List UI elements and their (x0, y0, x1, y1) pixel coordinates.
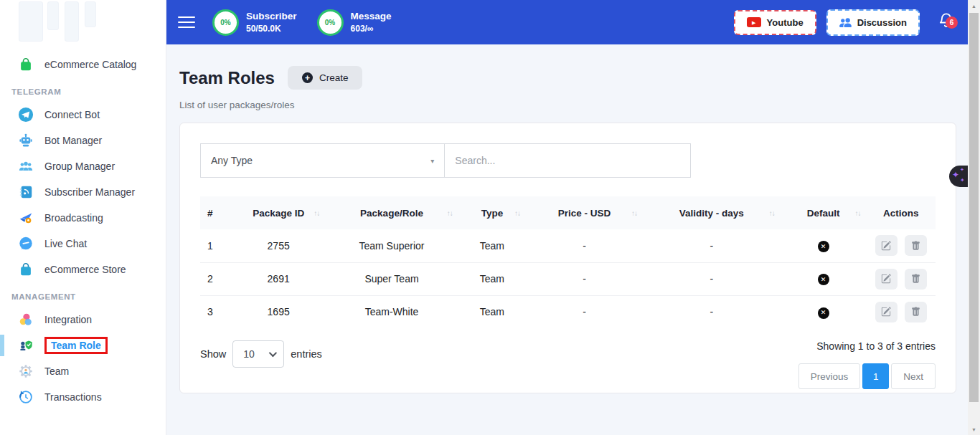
message-progress-ring: 0% (317, 9, 344, 36)
package-id-cell: 2755 (232, 229, 325, 262)
users-group-icon (17, 158, 34, 175)
broadcast-plane-icon (17, 209, 34, 226)
entries-summary: Showing 1 to 3 of 3 entries (798, 340, 936, 352)
column-header-default[interactable]: Default↑↓ (781, 196, 867, 229)
sidebar-item-ecommerce-catalog[interactable]: eCommerce Catalog (0, 52, 166, 77)
type-cell: Team (458, 229, 526, 262)
sidebar-item-label: Broadcasting (44, 212, 103, 224)
validity-cell: - (643, 262, 781, 295)
sidebar-item-ecommerce-store[interactable]: eCommerce Store (0, 257, 166, 282)
logo-placeholder (10, 1, 156, 46)
sidebar-item-broadcasting[interactable]: Broadcasting (0, 205, 166, 231)
sidebar-item-integration[interactable]: Integration (0, 307, 166, 333)
column-header-price[interactable]: Price - USD↑↓ (526, 196, 643, 229)
sidebar-section-management: MANAGEMENT (0, 282, 166, 307)
sidebar-item-team-role[interactable]: Team Role (0, 333, 166, 358)
hamburger-menu-icon[interactable] (178, 13, 195, 32)
sparkle-icon: ✦ (960, 167, 964, 173)
chat-bubble-icon (17, 235, 34, 252)
sidebar-item-group-manager[interactable]: Group Manager (0, 153, 166, 179)
team-roles-table: # Package ID↑↓ Package/Role↑↓ Type↑↓ Pri… (200, 196, 936, 328)
scrollbar-thumb[interactable] (969, 13, 979, 402)
type-filter-select[interactable]: Any Type ▾ (200, 143, 445, 178)
sidebar-item-label: Connect Bot (44, 109, 100, 120)
discussion-button[interactable]: Discussion (826, 9, 920, 36)
create-button[interactable]: Create (288, 66, 363, 90)
delete-button[interactable] (905, 302, 927, 322)
entries-per-page-select[interactable]: 10 (232, 340, 284, 368)
price-cell: - (526, 229, 643, 262)
subscriber-usage-stat: 0% Subscriber 50/50.0K (212, 9, 297, 36)
ai-assistant-widget[interactable]: ✦ ✦ ✦ (949, 166, 968, 187)
page-1-button[interactable]: 1 (862, 363, 889, 389)
team-roles-card: Any Type ▾ # Package ID↑↓ Package/Role↑↓… (179, 123, 956, 393)
entries-per-page-value: 10 (243, 348, 255, 360)
message-stat-value: 603/∞ (351, 23, 392, 34)
scroll-down-arrow[interactable]: ▼ (968, 424, 980, 435)
delete-button[interactable] (905, 269, 927, 290)
sidebar-item-label: Live Chat (44, 238, 87, 249)
table-header-row: # Package ID↑↓ Package/Role↑↓ Type↑↓ Pri… (200, 196, 936, 229)
shopping-bag-green-icon (17, 56, 34, 73)
row-number: 1 (200, 229, 232, 262)
column-header-package-role[interactable]: Package/Role↑↓ (325, 196, 458, 229)
plus-circle-icon (302, 72, 313, 83)
youtube-button[interactable]: Youtube (734, 10, 816, 35)
column-header-package-id[interactable]: Package ID↑↓ (232, 196, 325, 229)
sidebar-item-team[interactable]: Team (0, 358, 166, 384)
sidebar-item-label-active: Team Role (44, 337, 108, 354)
sidebar-item-label: Subscriber Manager (44, 186, 135, 198)
subscriber-stat-value: 50/50.0K (246, 23, 297, 34)
sidebar-item-live-chat[interactable]: Live Chat (0, 231, 166, 257)
search-input[interactable] (445, 143, 690, 178)
row-number: 2 (200, 262, 232, 295)
sidebar-item-label: Bot Manager (44, 135, 102, 146)
message-stat-label: Message (351, 10, 392, 23)
type-filter-value: Any Type (211, 155, 253, 166)
default-off-icon[interactable] (818, 274, 829, 285)
subscriber-stat-label: Subscriber (246, 10, 297, 23)
previous-page-button[interactable]: Previous (798, 363, 861, 389)
delete-button[interactable] (905, 235, 927, 256)
edit-button[interactable] (875, 235, 897, 256)
validity-cell: - (643, 295, 781, 328)
sidebar-item-bot-manager[interactable]: Bot Manager (0, 128, 166, 153)
phonebook-icon (17, 183, 34, 201)
sparkle-icon: ✦ (960, 177, 965, 183)
subscriber-progress-ring: 0% (212, 9, 239, 36)
sort-icon: ↑↓ (631, 209, 637, 217)
sidebar-item-transactions[interactable]: Transactions (0, 384, 166, 410)
type-cell: Team (458, 262, 526, 295)
sidebar-item-subscriber-manager[interactable]: Subscriber Manager (0, 179, 166, 205)
create-button-label: Create (319, 72, 349, 83)
team-gear-icon (17, 363, 34, 380)
entries-label: entries (291, 348, 322, 360)
column-header-actions: Actions (867, 196, 936, 229)
edit-button[interactable] (875, 302, 897, 322)
sidebar-item-connect-bot[interactable]: Connect Bot (0, 102, 166, 128)
message-usage-stat: 0% Message 603/∞ (317, 9, 392, 36)
price-cell: - (526, 262, 643, 295)
page-subtitle: List of user packages/roles (179, 100, 956, 110)
default-off-icon[interactable] (818, 241, 829, 252)
page-scrollbar[interactable]: ▲ ▼ (968, 0, 980, 435)
main-content: Team Roles Create List of user packages/… (166, 44, 968, 435)
robot-icon (17, 132, 34, 149)
role-shield-icon (17, 337, 34, 354)
default-off-icon[interactable] (818, 307, 829, 319)
package-role-cell: Team Superior (325, 229, 458, 262)
sidebar-item-label: Integration (44, 314, 92, 325)
youtube-button-label: Youtube (767, 17, 804, 28)
sort-icon: ↑↓ (855, 209, 861, 217)
edit-button[interactable] (875, 269, 897, 290)
next-page-button[interactable]: Next (891, 363, 936, 389)
active-item-indicator (0, 335, 4, 356)
scroll-up-arrow[interactable]: ▲ (968, 0, 980, 11)
telegram-icon (17, 106, 34, 123)
column-header-validity[interactable]: Validity - days↑↓ (643, 196, 781, 229)
row-number: 3 (200, 295, 232, 328)
chevron-down-icon (269, 349, 277, 357)
sidebar-item-label: Team (44, 365, 69, 377)
notification-bell-button[interactable]: 6 (938, 12, 954, 32)
column-header-type[interactable]: Type↑↓ (458, 196, 526, 229)
